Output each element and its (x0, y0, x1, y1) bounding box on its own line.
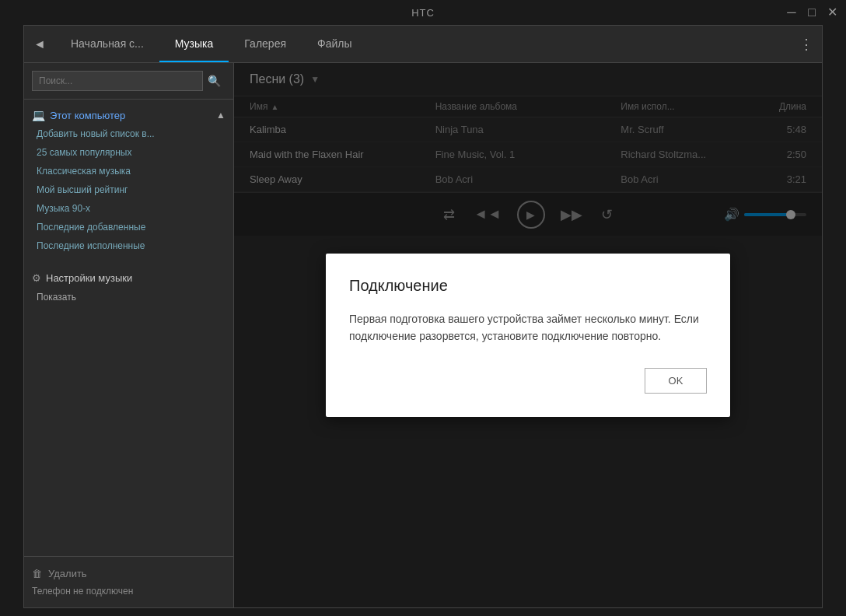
app-window: ◄ Начальная с... Музыка Галерея Файлы ⋮ … (23, 25, 823, 608)
tab-music[interactable]: Музыка (159, 26, 229, 62)
dialog: Подключение Первая подготовка вашего уст… (326, 254, 730, 418)
window-controls: ─ □ ✕ (784, 6, 840, 19)
tab-home[interactable]: Начальная с... (55, 26, 159, 62)
nav-more-button[interactable]: ⋮ (791, 26, 822, 62)
computer-icon: 💻 (32, 109, 45, 121)
main-panel: Песни (3) ▼ Имя ▲ Название альбома Имя и… (234, 63, 822, 607)
restore-button[interactable]: □ (804, 6, 820, 19)
settings-title: ⚙ Настройки музыки (24, 268, 233, 289)
computer-item[interactable]: 💻 Этот компьютер ▲ (24, 106, 233, 124)
sidebar: 🔍 💻 Этот компьютер ▲ Добавить новый спис… (24, 63, 234, 607)
dialog-overlay: Подключение Первая подготовка вашего уст… (234, 63, 822, 607)
search-input[interactable] (32, 71, 203, 91)
sidebar-item-add[interactable]: Добавить новый список в... (24, 124, 233, 143)
sidebar-item-recent-played[interactable]: Последние исполненные (24, 236, 233, 255)
close-button[interactable]: ✕ (824, 6, 840, 19)
nav-bar: ◄ Начальная с... Музыка Галерея Файлы ⋮ (24, 26, 822, 63)
dialog-ok-button[interactable]: OK (645, 368, 707, 394)
delete-button[interactable]: 🗑 Удалить (32, 565, 225, 583)
sidebar-item-show[interactable]: Показать (24, 289, 233, 306)
app-title: HTC (411, 7, 435, 19)
minimize-button[interactable]: ─ (784, 6, 799, 19)
sidebar-item-recent-added[interactable]: Последние добавленные (24, 218, 233, 236)
gear-icon: ⚙ (32, 272, 41, 284)
tab-files[interactable]: Файлы (302, 26, 367, 62)
title-bar: HTC ─ □ ✕ (0, 0, 846, 25)
dialog-message: Первая подготовка вашего устройства займ… (349, 310, 707, 345)
tab-gallery[interactable]: Галерея (229, 26, 302, 62)
dialog-title: Подключение (349, 277, 707, 295)
sidebar-item-toprated[interactable]: Мой высший рейтинг (24, 180, 233, 199)
phone-status: Телефон не подключен (32, 583, 225, 600)
expand-icon: ▲ (216, 110, 225, 121)
dialog-actions: OK (349, 368, 707, 394)
sidebar-footer: 🗑 Удалить Телефон не подключен (24, 556, 233, 607)
sidebar-computer-section: 💻 Этот компьютер ▲ Добавить новый список… (24, 100, 233, 261)
sidebar-item-top25[interactable]: 25 самых популярных (24, 143, 233, 162)
search-button[interactable]: 🔍 (203, 72, 225, 90)
trash-icon: 🗑 (32, 568, 42, 579)
nav-back-button[interactable]: ◄ (24, 26, 55, 62)
sidebar-settings-section: ⚙ Настройки музыки Показать (24, 261, 233, 312)
computer-label: Этот компьютер (50, 110, 216, 121)
main-content: 🔍 💻 Этот компьютер ▲ Добавить новый спис… (24, 63, 822, 607)
sidebar-item-90s[interactable]: Музыка 90-х (24, 199, 233, 218)
sidebar-item-classical[interactable]: Классическая музыка (24, 162, 233, 180)
search-bar: 🔍 (24, 63, 233, 100)
